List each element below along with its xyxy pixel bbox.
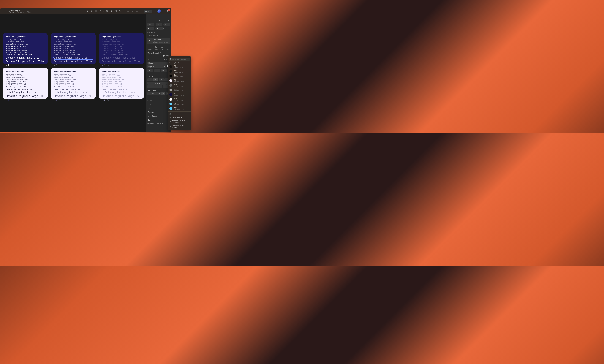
text-style-sample[interactable]: Default / Regular / Headline - 17pt [102,84,141,86]
color-swatch-row[interactable]: Dark#64D2FF — 100% [168,101,191,106]
expand-icon[interactable] [139,9,143,13]
text-style-sample[interactable]: Default / Regular / Title1 - 34pt [6,56,45,60]
document-info[interactable]: Design system Workspace Document — Edite… [9,9,31,13]
color-swatch-row[interactable]: Dark#130E3C — 100% [168,92,191,97]
color-swatch-row[interactable]: Light#5AC8FA — 100% [168,106,191,111]
h-input[interactable] [156,27,163,30]
text-style-sample[interactable]: Default / Regular / LargeTitle - 41pt [102,60,141,67]
library-row[interactable]: ⊕Apple iOS UI› [168,116,191,119]
distribute-v-icon[interactable] [167,19,170,22]
text-style-sample[interactable]: Default / Regular / Title2 - 28pt [102,88,141,91]
text-style-sample[interactable]: Default / Regular / Regular - 17pt [102,82,141,84]
text-style-sample[interactable]: Default / Regular / Title3 - 20pt [54,86,93,88]
text-style-sample[interactable]: Default / Regular / LargeTitle - 41pt [102,94,141,102]
type-card[interactable]: Regular Text Style/PrimaryDefault / Regu… [3,67,48,99]
text-style-sample[interactable]: Default / Regular / Footnote - 13pt [54,77,93,78]
text-style-sample[interactable]: Default / Regular / Subheadline - 15pt [54,78,93,80]
text-style-sample[interactable]: Default / Regular / Title1 - 34pt [102,56,141,60]
text-style-sample[interactable]: Default / Regular / Footnote - 13pt [54,42,93,44]
color-swatch-row[interactable]: Dark#FFFFFF — 100% [168,97,191,101]
text-style-sample[interactable]: Default / Regular / Regular - 17pt [6,48,45,50]
text-style-sample[interactable]: Default / Regular / Headline - 17pt [6,50,45,51]
color-swatch-row[interactable]: Light#000000 — 60% [168,69,191,74]
text-style-sample[interactable]: Default / Regular / Title3 - 20pt [102,86,141,88]
notifications-button[interactable]: 3 [165,9,170,13]
flip-h-icon[interactable] [165,27,167,30]
component-create[interactable]: +Create [148,46,152,50]
align-center-h-icon[interactable] [151,19,153,22]
text-style-sample[interactable]: Default / Regular / Caption2 - 11pt [54,74,93,75]
text-style-sample[interactable]: Default / Regular / Caption2 - 11pt [6,74,45,75]
text-style-sample[interactable]: Default / Regular / Caption1 - 12pt [6,40,45,42]
preview-button[interactable] [153,9,157,13]
text-style-sample[interactable]: Default / Regular / Title3 - 20pt [54,51,93,53]
type-card[interactable]: Regular Text Style/PrimaryDefault / Regu… [3,33,48,64]
font-weight-select[interactable]: Regular⇅ [148,65,166,68]
text-header[interactable]: TEXT ◈⚙⌄ [146,57,171,61]
text-style-sample[interactable]: Default / Regular / Footnote - 13pt [102,77,141,78]
text-style-sample[interactable]: Default / Regular / Title2 - 28pt [102,53,141,56]
text-style-sample[interactable]: Default / Regular / Footnote - 13pt [102,42,141,44]
text-style-sample[interactable]: Default / Regular / Subheadline - 15pt [102,78,141,80]
style-header[interactable]: STYLE [146,99,171,102]
style-section-blur[interactable]: Blur [146,118,171,122]
opacity-slider[interactable]: 100% [148,55,170,57]
component-more[interactable]: ⋯More [166,46,169,50]
style-section-fills[interactable]: Fills [146,102,171,106]
text-style-preview[interactable]: Aa Title1 - 34pt* This Document/Default/… [148,38,170,44]
text-style-sample[interactable]: Default / Regular / Caption2 - 11pt [6,39,45,40]
color-swatch-row[interactable]: Light#F9F1FF — 100% [168,78,191,83]
color-swatch-row[interactable]: Light#000000 — 30% [168,64,191,69]
component-update[interactable]: ↻Update [154,46,158,50]
text-style-sample[interactable]: Default / Regular / Subheadline - 15pt [6,44,45,46]
text-style-sample[interactable]: Default / Regular / Regular - 17pt [102,48,141,50]
y-input[interactable] [156,23,162,26]
text-style-sample[interactable]: Default / Regular / Headline - 17pt [54,50,93,51]
text-v-mid[interactable]: ⊢ [155,85,162,88]
scale-dropdown[interactable]: ⌄ [123,10,124,12]
text-style-sample[interactable]: Default / Regular / Title2 - 28pt [54,88,93,91]
user-avatar[interactable] [157,9,161,13]
color-search-input[interactable] [172,58,190,60]
appearance-header[interactable]: APPEARANCE⌄ [146,34,171,37]
text-style-sample[interactable]: Default / Regular / Caption2 - 11pt [54,39,93,40]
align-center-v-icon[interactable] [161,19,164,22]
text-style-sample[interactable]: Default / Regular / Caption1 - 12pt [6,75,45,77]
align-bottom-icon[interactable] [90,9,94,13]
insert-dropdown[interactable]: ⌄ [5,10,7,12]
text-style-sample[interactable]: Default / Regular / Caption2 - 11pt [102,39,141,40]
w-input[interactable] [148,27,154,30]
text-style-sample[interactable]: Default / Regular / Headline - 17pt [6,84,45,86]
component-detach[interactable]: ⊘Detach [160,46,164,50]
text-style-sample[interactable]: Default / Regular / Callout - 16pt [6,46,45,48]
text-style-sample[interactable]: Default / Regular / Regular - 17pt [54,82,93,84]
backward-icon[interactable] [130,9,134,13]
align-bottom-icon[interactable] [164,19,166,22]
text-style-sample[interactable]: Default / Regular / Title2 - 28pt [54,53,93,56]
color-swatch-row[interactable]: Light#000000 — 100% [168,74,191,78]
text-style-sample[interactable]: Default / Regular / Headline - 17pt [54,84,93,86]
rotation-input[interactable] [164,23,170,26]
case-sentence[interactable]: Aa [162,92,165,95]
expand-h-icon[interactable] [135,9,139,13]
color-swatch-row[interactable]: Dark#FFFFFF — 30% [168,83,191,88]
font-size-input[interactable] [148,69,153,72]
x-input[interactable] [148,23,154,26]
canvas[interactable]: Regular Text Style/PrimaryDefault / Regu… [0,14,146,132]
text-style-sample[interactable]: Default / Regular / Title2 - 28pt [6,88,45,91]
align-left-icon[interactable] [148,19,150,22]
text-style-sample[interactable]: Default / Regular / Title3 - 20pt [102,51,141,53]
type-card[interactable]: Regular Text Style/TertiaryDefault / Reg… [99,67,144,99]
text-style-sample[interactable]: Default / Regular / Title1 - 34pt [54,56,93,60]
text-style-sample[interactable]: Default / Regular / Callout - 16pt [54,80,93,82]
create-symbol-icon[interactable] [105,9,109,13]
insert-button[interactable]: + [1,9,5,13]
aa-none-select[interactable]: Aa None⇅ [148,92,161,95]
boolean-dropdown[interactable]: ⌄ [103,10,104,12]
text-style-sample[interactable]: Default / Regular / LargeTitle - 41pt [54,94,93,102]
text-style-sample[interactable]: Default / Regular / LargeTitle - 41pt [6,60,45,67]
text-style-sample[interactable]: Default / Regular / Subheadline - 15pt [54,44,93,46]
text-style-sample[interactable]: Default / Regular / Callout - 16pt [6,80,45,82]
text-align-right[interactable]: ≡ [159,78,164,81]
font-size-step[interactable] [154,69,160,72]
